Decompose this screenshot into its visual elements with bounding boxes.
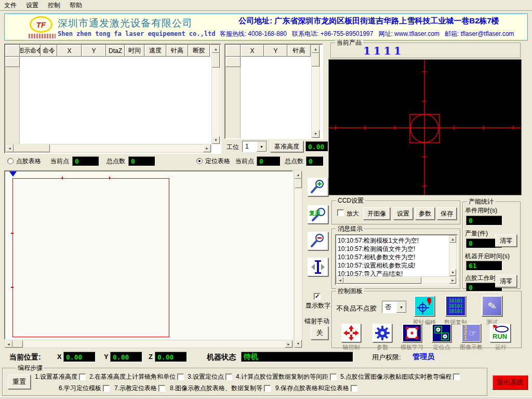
loc-col-y[interactable]: Y bbox=[264, 45, 287, 57]
needle-offset-button[interactable] bbox=[414, 296, 435, 316]
clear-yield-button[interactable]: 清零 bbox=[495, 234, 517, 247]
current-product-value: 1111 bbox=[363, 44, 404, 57]
locate-point-button[interactable] bbox=[432, 324, 451, 342]
message-hscrollbar[interactable]: ◄ ► bbox=[336, 276, 457, 284]
loc-col-x[interactable]: X bbox=[241, 45, 264, 57]
data-copy-button[interactable]: 10101 10101 10101 bbox=[445, 296, 466, 316]
menu-help[interactable]: 帮助 bbox=[70, 1, 82, 10]
col-y[interactable]: Y bbox=[82, 45, 106, 57]
restore-view-button[interactable]: 复原 bbox=[308, 205, 328, 224]
status-strip bbox=[0, 396, 532, 399]
step-checkbox[interactable] bbox=[264, 385, 271, 392]
step-checkbox[interactable] bbox=[453, 374, 460, 380]
open-image-button[interactable]: 开图像 bbox=[363, 207, 390, 220]
step-checkbox[interactable] bbox=[79, 374, 86, 380]
scroll-right-icon[interactable]: ► bbox=[285, 340, 292, 348]
step-label: 3.设置定位点 bbox=[188, 373, 224, 381]
zoom-out-icon bbox=[309, 233, 327, 249]
col-cut[interactable]: 断胶 bbox=[188, 45, 210, 57]
laser-off-button[interactable]: 关 bbox=[311, 326, 328, 340]
show-numbers-label: 显示数字 bbox=[305, 301, 330, 310]
scroll-down-icon[interactable]: ▼ bbox=[212, 136, 220, 144]
scroll-up-icon[interactable]: ▲ bbox=[295, 171, 302, 179]
step-checkbox[interactable] bbox=[158, 385, 165, 392]
col-dtaz[interactable]: DtaZ bbox=[106, 45, 125, 57]
params-button[interactable] bbox=[373, 324, 392, 342]
header-banner: TF 深圳市通发激光设备有限公司 Shen zhen tong fa laser… bbox=[4, 14, 528, 41]
scroll-down-icon[interactable]: ▼ bbox=[295, 340, 302, 348]
image-teach-button[interactable]: 3 2 1 ☞ bbox=[461, 324, 481, 342]
menu-control[interactable]: 控制 bbox=[48, 1, 60, 10]
col-rowheader[interactable] bbox=[5, 45, 20, 57]
datum-height-button[interactable]: 基准高度 bbox=[270, 141, 303, 152]
step-checkbox[interactable] bbox=[103, 385, 110, 392]
fit-view-button[interactable] bbox=[308, 258, 328, 276]
menu-settings[interactable]: 设置 bbox=[26, 1, 38, 10]
reject-dropdown[interactable]: 否 ▼ bbox=[382, 301, 407, 313]
axis-control-button[interactable] bbox=[341, 324, 361, 342]
scroll-right-icon[interactable]: ► bbox=[449, 277, 456, 284]
reset-button[interactable]: 重置 bbox=[8, 375, 31, 389]
show-numbers-checkbox[interactable]: ✓ bbox=[314, 293, 321, 300]
exit-system-button[interactable]: 退出系统 bbox=[493, 375, 528, 390]
z-label: Z bbox=[149, 353, 153, 361]
dispense-vscrollbar[interactable]: ▲ ▼ bbox=[211, 45, 220, 144]
dropdown-arrow-icon[interactable]: ▼ bbox=[396, 301, 406, 313]
step-checkbox[interactable] bbox=[177, 374, 184, 380]
run-button[interactable]: ⚑ RUN bbox=[490, 324, 511, 342]
scroll-right-icon[interactable]: ► bbox=[203, 144, 211, 152]
col-needle[interactable]: 针高 bbox=[166, 45, 188, 57]
scroll-left-icon[interactable]: ◄ bbox=[337, 277, 343, 284]
dispense-table-radio[interactable] bbox=[7, 158, 14, 164]
step-checkbox[interactable] bbox=[330, 374, 337, 380]
station-value: 1 bbox=[243, 141, 257, 152]
test-button[interactable]: ✎ bbox=[482, 296, 502, 316]
zoom-out-button[interactable] bbox=[308, 232, 328, 250]
col-speed[interactable]: 速度 bbox=[144, 45, 166, 57]
test-icon: ✎ bbox=[483, 297, 501, 315]
station-dropdown[interactable]: 1 ▼ bbox=[242, 141, 267, 152]
loc-col-needle[interactable]: 针高 bbox=[287, 45, 311, 57]
fit-view-icon bbox=[309, 259, 327, 275]
message-legend: 消息提示 bbox=[336, 225, 364, 232]
loc-col-rowheader[interactable] bbox=[225, 45, 241, 57]
col-icon-cmd[interactable]: 图示命令 bbox=[20, 45, 41, 57]
locate-vscrollbar[interactable]: ▲ ▼ bbox=[311, 45, 320, 138]
message-vscrollbar[interactable]: ▲ ▼ bbox=[449, 235, 457, 276]
scroll-up-icon[interactable]: ▲ bbox=[212, 45, 220, 53]
step-checkbox[interactable] bbox=[225, 374, 232, 380]
step-checkbox[interactable] bbox=[351, 385, 357, 392]
ccd-zoom-checkbox[interactable] bbox=[337, 209, 344, 216]
axis-control-icon bbox=[342, 325, 360, 341]
drawing-canvas[interactable] bbox=[4, 170, 293, 340]
clear-work-time-button[interactable]: 清零 bbox=[495, 275, 517, 287]
menu-file[interactable]: 文件 bbox=[4, 1, 17, 10]
step-label: 8.图像示教点胶表格、数据复制等 bbox=[170, 384, 262, 393]
company-address: 公司地址: 广东省深圳市龙岗区板田街道吉华路上雪科技工业城一巷B2栋7楼 bbox=[211, 16, 526, 26]
message-list[interactable]: 10:10:57:检测模板1文件为空! 10:10:57:检测阈值文件为空! 1… bbox=[335, 234, 458, 285]
col-x[interactable]: X bbox=[57, 45, 82, 57]
user-role-value: 管理员 bbox=[413, 352, 434, 362]
scroll-up-icon[interactable]: ▲ bbox=[312, 45, 320, 53]
scroll-down-icon[interactable]: ▼ bbox=[312, 130, 320, 138]
template-learn-button[interactable] bbox=[402, 324, 422, 342]
scroll-up-icon[interactable]: ▲ bbox=[449, 236, 456, 243]
canvas-vscrollbar[interactable]: ▲ ▼ bbox=[294, 170, 302, 348]
dispense-hscrollbar[interactable]: ◄ ► bbox=[5, 144, 211, 153]
locate-table-radio[interactable] bbox=[196, 158, 203, 164]
ccd-save-button[interactable]: 保存 bbox=[437, 207, 457, 220]
scroll-down-icon[interactable]: ▼ bbox=[449, 269, 456, 276]
steps-line1: 1.设置基准高度 2.在基准高度上计算镜角和单位 3.设置定位点 4.计算点胶位… bbox=[35, 373, 460, 381]
scroll-left-icon[interactable]: ◄ bbox=[6, 144, 14, 152]
origin-marker-icon bbox=[9, 171, 17, 177]
message-box: 消息提示 10:10:57:检测模板1文件为空! 10:10:57:检测阈值文件… bbox=[331, 229, 460, 289]
col-time[interactable]: 时间 bbox=[125, 45, 144, 57]
col-cmd[interactable]: 命令 bbox=[41, 45, 57, 57]
dropdown-arrow-icon[interactable]: ▼ bbox=[257, 141, 267, 152]
canvas-hscrollbar[interactable]: ◄ ► bbox=[4, 340, 293, 348]
ccd-set-button[interactable]: 设置 bbox=[393, 207, 413, 220]
zoom-in-button[interactable] bbox=[308, 178, 328, 196]
crosshair-graphic bbox=[329, 60, 521, 195]
ccd-params-button[interactable]: 参数 bbox=[415, 207, 435, 220]
scroll-left-icon[interactable]: ◄ bbox=[5, 340, 12, 348]
